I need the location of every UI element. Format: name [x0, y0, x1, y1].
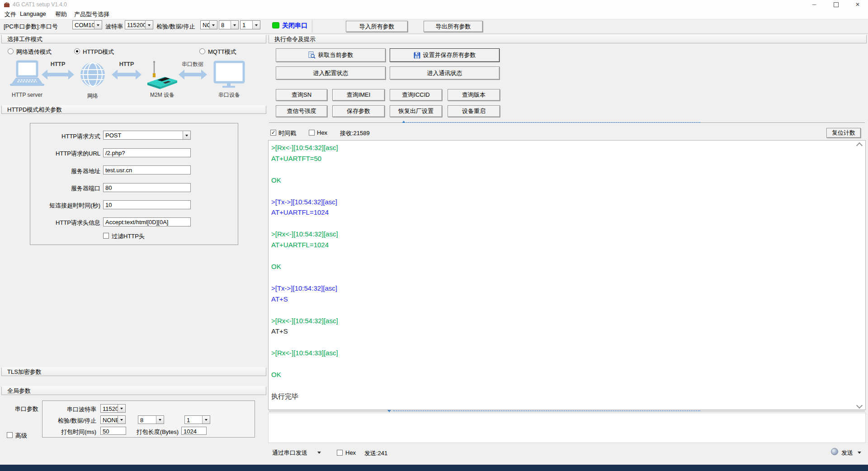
- menu-product-model[interactable]: 产品型号选择: [74, 10, 109, 19]
- radio-httpd-mode[interactable]: [74, 48, 80, 54]
- minimize-button[interactable]: ─: [807, 0, 821, 9]
- query-iccid-button[interactable]: 查询ICCID: [390, 89, 442, 101]
- radio-net-transparent-label[interactable]: 网络透传模式: [16, 48, 52, 56]
- menu-language[interactable]: Language: [20, 10, 46, 17]
- chevron-down-icon[interactable]: [156, 416, 164, 424]
- log-line: AT+S: [271, 294, 855, 305]
- log-line: [271, 218, 855, 229]
- floppy-save-icon: [414, 52, 420, 59]
- filter-http-checkbox[interactable]: [103, 233, 109, 239]
- commands-header: 执行命令及提示: [269, 35, 867, 43]
- send-hex-checkbox[interactable]: [337, 450, 343, 456]
- chevron-down-icon[interactable]: [118, 416, 125, 424]
- device-restart-button[interactable]: 设备重启: [448, 105, 500, 117]
- serial-baud-select[interactable]: 115200: [100, 404, 126, 413]
- log-line: OK: [271, 261, 855, 272]
- serial-databits-select[interactable]: 8: [138, 415, 164, 424]
- menu-help[interactable]: 帮助: [55, 10, 67, 19]
- enter-comm-button[interactable]: 进入通讯状态: [390, 66, 500, 80]
- get-params-button[interactable]: 获取当前参数: [276, 48, 386, 62]
- tls-params-header: TLS加密参数: [1, 367, 266, 376]
- query-imei-button[interactable]: 查询IMEI: [332, 89, 385, 101]
- radio-mqtt-mode-label[interactable]: MQTT模式: [208, 48, 236, 56]
- maximize-button[interactable]: [829, 0, 843, 9]
- advanced-checkbox[interactable]: [7, 432, 13, 438]
- serial-stopbits-select[interactable]: 1: [184, 415, 210, 424]
- packtime-label: 打包时间(ms): [42, 428, 96, 436]
- packlen-input[interactable]: 1024: [181, 427, 207, 435]
- radio-mqtt-mode[interactable]: [199, 48, 205, 54]
- send-dropdown-icon[interactable]: [858, 452, 861, 456]
- query-sn-button[interactable]: 查询SN: [276, 89, 327, 101]
- com-port-select[interactable]: COM10: [72, 20, 102, 29]
- chevron-down-icon[interactable]: [202, 416, 210, 424]
- import-params-button[interactable]: 导入所有参数: [346, 21, 408, 32]
- menu-file[interactable]: 文件: [5, 10, 16, 19]
- timestamp-checkbox[interactable]: [270, 130, 276, 136]
- close-button[interactable]: ✕: [851, 0, 864, 9]
- server-addr-input[interactable]: test.usr.cn: [103, 165, 191, 174]
- link2-label: HTTP: [119, 61, 134, 67]
- splitter-top-handle[interactable]: [406, 122, 700, 123]
- menu-bar: 文件 Language 帮助 产品型号选择: [0, 9, 868, 19]
- chevron-down-icon[interactable]: [94, 21, 102, 29]
- log-hex-checkbox[interactable]: [309, 130, 315, 136]
- arrow-icon: [42, 70, 74, 80]
- splitter-bottom-handle[interactable]: [393, 410, 700, 411]
- enter-config-button[interactable]: 进入配置状态: [276, 66, 386, 80]
- query-signal-button[interactable]: 查信号强度: [276, 105, 327, 117]
- log-output[interactable]: >[Rx<-][10:54:32][asc]AT+UARTFT=50 OK >[…: [268, 140, 866, 410]
- send-hex-label[interactable]: Hex: [345, 449, 356, 456]
- chevron-down-icon[interactable]: [252, 21, 260, 29]
- serial-parity-select[interactable]: NONE: [100, 415, 126, 424]
- reset-counter-button[interactable]: 复位计数: [826, 128, 861, 138]
- baud-select[interactable]: 115200: [125, 20, 153, 29]
- log-line: [271, 358, 855, 369]
- log-line: [271, 250, 855, 261]
- set-save-params-button[interactable]: 设置并保存所有参数: [390, 48, 500, 62]
- pc-serial-group-label: [PC串口参数]:串口号: [4, 23, 58, 31]
- close-port-button[interactable]: 关闭串口: [282, 22, 307, 30]
- send-mode-arrow-icon[interactable]: [317, 452, 321, 456]
- timeout-label: 短连接超时时间(秒): [18, 202, 100, 210]
- collapse-down-icon[interactable]: [387, 410, 391, 412]
- http-header-input[interactable]: Accept:text/html[0D][0A]: [103, 217, 191, 226]
- send-button[interactable]: 发送: [841, 449, 853, 457]
- serial-parity-label: 检验/数据/停止: [42, 417, 96, 425]
- factory-reset-button[interactable]: 恢复出厂设置: [390, 105, 442, 117]
- server-port-input[interactable]: 80: [103, 183, 191, 192]
- chevron-down-icon[interactable]: [145, 21, 153, 29]
- timestamp-label[interactable]: 时间戳: [278, 129, 296, 137]
- chevron-down-icon[interactable]: [209, 21, 217, 29]
- mode-diagram: HTTP HTTP 串口数据: [4, 58, 264, 103]
- packlen-label: 打包长度(Bytes): [136, 428, 179, 436]
- arrow-icon: [112, 70, 142, 80]
- http-method-select[interactable]: POST: [103, 131, 191, 140]
- advanced-label[interactable]: 高级: [15, 432, 27, 440]
- app-window: 4G CAT1 setup V1.4.0 ─ ✕ 文件 Language 帮助 …: [0, 0, 868, 471]
- http-url-input[interactable]: /2.php?: [103, 148, 191, 157]
- export-params-button[interactable]: 导出所有参数: [424, 21, 483, 32]
- radio-net-transparent[interactable]: [8, 48, 14, 54]
- stopbits-select[interactable]: 1: [240, 20, 260, 29]
- chevron-down-icon[interactable]: [183, 131, 190, 139]
- save-params-button[interactable]: 保存参数: [332, 105, 385, 117]
- log-hex-label[interactable]: Hex: [317, 129, 327, 136]
- parity-select[interactable]: NONI: [200, 20, 217, 29]
- filter-http-label[interactable]: 过滤HTTP头: [112, 232, 145, 240]
- log-line: [271, 186, 855, 197]
- chevron-down-icon[interactable]: [118, 405, 125, 412]
- collapse-up-icon[interactable]: [402, 121, 406, 123]
- send-mode-dropdown[interactable]: 通过串口发送: [272, 449, 307, 457]
- window-title: 4G CAT1 setup V1.4.0: [13, 1, 67, 8]
- databits-select[interactable]: 8: [219, 20, 239, 29]
- chevron-down-icon[interactable]: [231, 21, 238, 29]
- timeout-input[interactable]: 10: [103, 200, 191, 209]
- log-line: AT+UARTFT=50: [271, 153, 855, 164]
- send-input-area[interactable]: [268, 413, 866, 443]
- log-line: [271, 305, 855, 316]
- packtime-input[interactable]: 50: [100, 427, 126, 435]
- radio-httpd-mode-label[interactable]: HTTPD模式: [83, 48, 114, 56]
- node3-label: M2M 设备: [150, 92, 175, 98]
- query-version-button[interactable]: 查询版本: [448, 89, 500, 101]
